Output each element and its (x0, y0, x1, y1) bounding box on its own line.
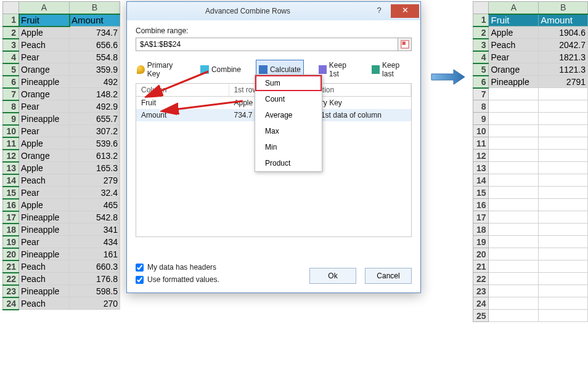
cell-amount[interactable]: 598.5 (70, 285, 120, 297)
row-header[interactable]: 4 (3, 51, 19, 63)
row-header[interactable]: 2 (473, 26, 489, 39)
row-header[interactable]: 21 (3, 260, 19, 273)
cell-fruit[interactable]: Pineapple (489, 76, 539, 88)
row-header[interactable]: 22 (3, 273, 19, 285)
cell-amount[interactable]: 1904.6 (539, 26, 588, 39)
cell-fruit[interactable]: Pear (19, 187, 70, 199)
row-header[interactable]: 23 (473, 285, 489, 297)
table-row[interactable]: 8 (473, 100, 588, 113)
empty-cell[interactable] (489, 260, 539, 273)
empty-cell[interactable] (489, 273, 539, 285)
table-row[interactable]: 8Pear492.9 (3, 100, 120, 113)
table-row[interactable]: 18 (473, 224, 588, 236)
cell-amount[interactable]: 539.6 (70, 137, 120, 150)
empty-cell[interactable] (489, 88, 539, 100)
table-row[interactable]: 21Peach660.3 (3, 260, 120, 273)
cell-amount[interactable]: 2042.7 (539, 39, 588, 51)
row-header[interactable]: 1 (3, 14, 19, 26)
row-header[interactable]: 12 (473, 150, 489, 162)
empty-cell[interactable] (539, 273, 588, 285)
empty-cell[interactable] (539, 260, 588, 273)
empty-cell[interactable] (539, 310, 588, 322)
row-header[interactable]: 11 (473, 137, 489, 150)
empty-cell[interactable] (489, 174, 539, 187)
cell-fruit[interactable]: Pineapple (19, 211, 70, 224)
table-row[interactable]: 23 (473, 285, 588, 297)
row-header[interactable]: 3 (3, 39, 19, 51)
cell-fruit[interactable]: Pineapple (19, 113, 70, 125)
cell-amount[interactable]: 434 (70, 236, 120, 248)
table-row[interactable]: 10Pear307.2 (3, 125, 120, 137)
table-row[interactable]: 20Pineapple161 (3, 248, 120, 260)
ok-button[interactable]: Ok (309, 268, 356, 284)
header-cell-amount[interactable]: Amount (70, 14, 120, 26)
table-row[interactable]: 2Apple1904.6 (473, 26, 588, 39)
table-row[interactable]: 4Pear554.8 (3, 51, 120, 63)
table-row[interactable]: 14Peach279 (3, 174, 120, 187)
dialog-titlebar[interactable]: Advanced Combine Rows ? ✕ (127, 2, 420, 20)
empty-cell[interactable] (539, 285, 588, 297)
empty-cell[interactable] (539, 150, 588, 162)
row-header[interactable]: 9 (3, 113, 19, 125)
table-row[interactable]: 16 (473, 199, 588, 211)
cell-fruit[interactable]: Peach (19, 260, 70, 273)
cancel-button[interactable]: Cancel (365, 268, 412, 284)
empty-cell[interactable] (489, 248, 539, 260)
table-row[interactable]: 21 (473, 260, 588, 273)
row-header[interactable]: 2 (3, 26, 19, 39)
cell-amount[interactable]: 359.9 (70, 63, 120, 76)
table-row[interactable]: 19Pear434 (3, 236, 120, 248)
cell-fruit[interactable]: Peach (19, 39, 70, 51)
row-header[interactable]: 18 (473, 224, 489, 236)
row-header[interactable]: 24 (3, 297, 19, 310)
empty-cell[interactable] (539, 199, 588, 211)
empty-cell[interactable] (539, 248, 588, 260)
cell-fruit[interactable]: Orange (19, 88, 70, 100)
empty-cell[interactable] (489, 236, 539, 248)
cell-amount[interactable]: 270 (70, 297, 120, 310)
table-row[interactable]: 22Peach176.8 (3, 273, 120, 285)
empty-cell[interactable] (539, 162, 588, 174)
spreadsheet-right[interactable]: A B 1 Fruit Amount 2Apple1904.63Peach204… (473, 1, 588, 322)
dropdown-item-min[interactable]: Min (255, 139, 322, 155)
header-cell-amount[interactable]: Amount (539, 14, 588, 26)
row-header[interactable]: 4 (473, 51, 489, 63)
cell-fruit[interactable]: Orange (19, 150, 70, 162)
row-header[interactable]: 22 (473, 273, 489, 285)
header-cell-fruit[interactable]: Fruit (489, 14, 539, 26)
table-row[interactable]: 16Apple465 (3, 199, 120, 211)
cell-amount[interactable]: 655.7 (70, 113, 120, 125)
empty-cell[interactable] (489, 113, 539, 125)
table-row[interactable]: 3Peach2042.7 (473, 39, 588, 51)
row-header[interactable]: 10 (473, 125, 489, 137)
cell-fruit[interactable]: Apple (19, 162, 70, 174)
cell-amount[interactable]: 465 (70, 199, 120, 211)
empty-cell[interactable] (489, 100, 539, 113)
cell-fruit[interactable]: Pear (19, 125, 70, 137)
cell-amount[interactable]: 2791 (539, 76, 588, 88)
cell-amount[interactable]: 492.9 (70, 100, 120, 113)
cell-fruit[interactable]: Apple (489, 26, 539, 39)
table-row[interactable]: 25 (473, 310, 588, 322)
row-header[interactable]: 7 (473, 88, 489, 100)
cell-amount[interactable]: 554.8 (70, 51, 120, 63)
empty-cell[interactable] (489, 187, 539, 199)
corner-cell[interactable] (3, 2, 19, 14)
combine-range-input[interactable] (136, 38, 398, 50)
cell-fruit[interactable]: Pineapple (19, 285, 70, 297)
table-row[interactable]: 5Orange1121.3 (473, 63, 588, 76)
table-row[interactable]: 10 (473, 125, 588, 137)
col-header-b[interactable]: B (70, 2, 120, 14)
table-row[interactable]: 14 (473, 174, 588, 187)
row-header[interactable]: 18 (3, 224, 19, 236)
empty-cell[interactable] (539, 297, 588, 310)
row-header[interactable]: 13 (473, 162, 489, 174)
table-row[interactable]: 24Peach270 (3, 297, 120, 310)
table-row[interactable]: 13Apple165.3 (3, 162, 120, 174)
cell-amount[interactable]: 1821.3 (539, 51, 588, 63)
formatted-checkbox-row[interactable]: Use formatted values. (136, 275, 219, 284)
row-header[interactable]: 9 (473, 113, 489, 125)
cell-fruit[interactable]: Apple (19, 26, 70, 39)
empty-cell[interactable] (539, 187, 588, 199)
headers-checkbox-row[interactable]: My data has headers (136, 263, 219, 272)
